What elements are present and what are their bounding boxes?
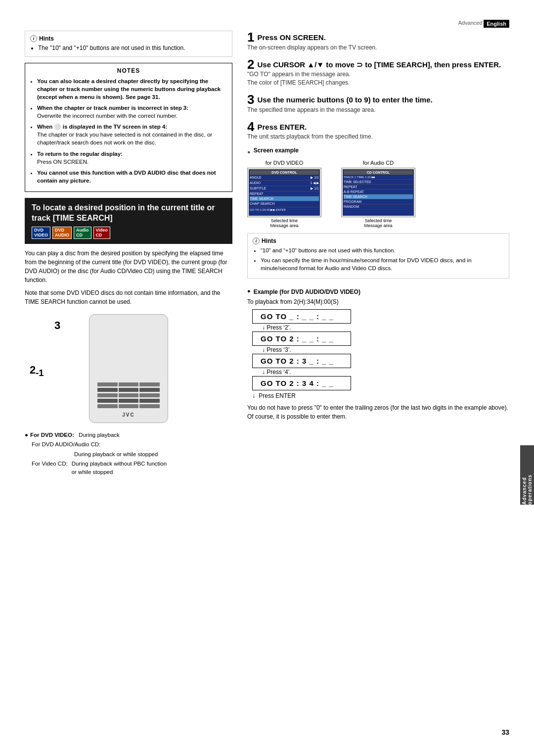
step-3-num: 3 — [247, 93, 254, 106]
step-2-num: 2 — [247, 58, 254, 71]
example-subtitle: To playback from 2(H):34(M):00(S) — [247, 298, 509, 305]
step-4-num: 4 — [247, 120, 254, 133]
badge-dvd-audio: DVDAUDIO — [52, 227, 72, 239]
section-body-para1: You can play a disc from the desired pos… — [25, 249, 232, 284]
hints-right-item-1: “10” and “+10” buttons are not used with… — [261, 246, 504, 254]
step-2-title: Use CURSOR ▲/▼ to move ⊃ to [TIME SEARCH… — [247, 58, 509, 70]
step-1-title: Press ON SCREEN. — [247, 31, 509, 43]
step-3-title: Use the numeric buttons (0 to 9) to ente… — [247, 93, 509, 105]
remote-illustration: 3 2-1 2-2, 4 1 — [25, 314, 232, 423]
remote-brand: JVC — [122, 412, 134, 418]
notes-title: NOTES — [30, 67, 227, 74]
step-4-title: Press ENTER. — [247, 120, 509, 132]
hints-right-icon: i — [253, 237, 260, 244]
goto-arrow-2: ↓ Press ‘3’. — [262, 347, 291, 353]
badge-audio-cd: AudioCD — [74, 227, 91, 239]
hints-box-left: i Hints The "10" and "+10" buttons are n… — [25, 31, 232, 57]
notes-list: You can also locate a desired chapter di… — [30, 77, 227, 185]
step-2-note-2: The color of [TIME SEARCH] changes. — [247, 79, 509, 86]
hints-item: The "10" and "+10" buttons are not used … — [38, 44, 227, 52]
goto-arrow-1: ↓ Press ‘2’. — [262, 325, 291, 331]
main-content: i Hints The "10" and "+10" buttons are n… — [25, 31, 509, 477]
dvd-screen-box: DVD CONTROL ANGLE▶ 1/1 AUDIO1 ◀ ▶ SUBTIT… — [247, 168, 321, 217]
notes-item-2: When the chapter or track number is inco… — [37, 104, 227, 120]
hints-icon: i — [30, 35, 37, 42]
label-step3: 3 — [54, 319, 60, 332]
disc-info-row-3: During playback or while stopped — [74, 450, 232, 459]
badge-video-cd: VideoCD — [93, 227, 110, 239]
right-column: 1 Press ON SCREEN. The on-screen display… — [247, 31, 509, 477]
screen-example-title: Screen example — [254, 147, 299, 154]
step-3-note: The specified time appears in the messag… — [247, 106, 509, 113]
language-badge: English — [484, 20, 509, 28]
dvd-screen-col: for DVD VIDEO DVD CONTROL ANGLE▶ 1/1 AUD… — [247, 160, 321, 228]
goto-box-1: GO TO _ : _ _ : _ _ — [252, 309, 351, 324]
step-2-note-1: "GO TO" appears in the message area. — [247, 71, 509, 78]
section-banner-title: To locate a desired position in the curr… — [32, 203, 225, 224]
hints-right-list: “10” and “+10” buttons are not used with… — [253, 246, 504, 272]
notes-box: NOTES You can also locate a desired chap… — [25, 63, 232, 192]
step-3: 3 Use the numeric buttons (0 to 9) to en… — [247, 93, 509, 113]
advanced-operations-tab: Advanced operations — [520, 445, 534, 505]
goto-box-2: GO TO 2 : _ _ : _ _ — [252, 331, 351, 346]
notes-item-1: You can also locate a desired chapter di… — [37, 77, 227, 101]
page-header: Advanced operations — [25, 20, 509, 26]
goto-box-3: GO TO 2 : 3 _ : _ _ — [252, 354, 351, 368]
hints-list: The "10" and "+10" buttons are not used … — [30, 44, 227, 52]
goto-steps: GO TO _ : _ _ : _ _ ↓ Press ‘2’. GO TO 2… — [252, 309, 509, 390]
notes-item-5: You cannot use this function with a DVD … — [37, 169, 227, 185]
goto-bottom-note: ↓ Press ENTER — [252, 392, 509, 399]
goto-arrow-3: ↓ Press ‘4’. — [262, 369, 291, 375]
example-footer: You do not have to press "0" to enter th… — [247, 403, 509, 421]
remote-body: JVC — [89, 314, 168, 423]
step-1-note: The on-screen display appears on the TV … — [247, 44, 509, 51]
hints-box-right: i Hints “10” and “+10” buttons are not u… — [247, 233, 509, 279]
step-1: 1 Press ON SCREEN. The on-screen display… — [247, 31, 509, 51]
disc-info: ● For DVD VIDEO: During playback For DVD… — [25, 431, 232, 476]
hints-title: i Hints — [30, 35, 227, 42]
disc-info-row-2: For DVD AUDIO/Audio CD: — [32, 440, 232, 449]
step-2: 2 Use CURSOR ▲/▼ to move ⊃ to [TIME SEAR… — [247, 58, 509, 87]
page-number: 33 — [501, 728, 509, 736]
screen-example: ● Screen example for DVD VIDEO DVD CONTR… — [247, 147, 509, 228]
goto-box-4: GO TO 2 : 3 4 : _ _ — [252, 376, 351, 390]
left-column: i Hints The "10" and "+10" buttons are n… — [25, 31, 232, 477]
badge-dvd-video: DVDVIDEO — [32, 227, 50, 239]
notes-item-4: To return to the regular display: Press … — [37, 150, 227, 166]
cd-screen-box: CD CONTROL TRACK 1 TIME 1:23 ■■ TIME SEL… — [341, 168, 415, 217]
label-step2-1: 2-1 — [30, 364, 44, 378]
hints-right-item-2: You can specify the time in hour/minute/… — [261, 256, 504, 272]
step-4: 4 Press ENTER. The unit starts playback … — [247, 120, 509, 141]
step-1-num: 1 — [247, 31, 254, 44]
disc-info-row-4: For Video CD: During playback without PB… — [32, 460, 232, 477]
hints-right-title: i Hints — [253, 237, 504, 244]
cd-screen-label: for Audio CD — [363, 160, 394, 166]
disc-info-row-1: ● For DVD VIDEO: During playback — [25, 431, 232, 439]
example-section: ● Example (for DVD AUDIO/DVD VIDEO) To p… — [247, 284, 509, 421]
example-title: Example (for DVD AUDIO/DVD VIDEO) — [254, 288, 360, 295]
screens-row: for DVD VIDEO DVD CONTROL ANGLE▶ 1/1 AUD… — [247, 160, 509, 228]
section-body-para2: Note that some DVD VIDEO discs do not co… — [25, 288, 232, 306]
dvd-screen-label: for DVD VIDEO — [266, 160, 303, 166]
section-banner: To locate a desired position in the curr… — [25, 198, 232, 244]
step-4-note: The unit starts playback from the specif… — [247, 133, 509, 140]
cd-screen-col: for Audio CD CD CONTROL TRACK 1 TIME 1:2… — [341, 160, 415, 228]
notes-item-3: When ⚪ is displayed in the TV screen in … — [37, 123, 227, 146]
disc-badges: DVDVIDEO DVDAUDIO AudioCD VideoCD — [32, 227, 225, 239]
